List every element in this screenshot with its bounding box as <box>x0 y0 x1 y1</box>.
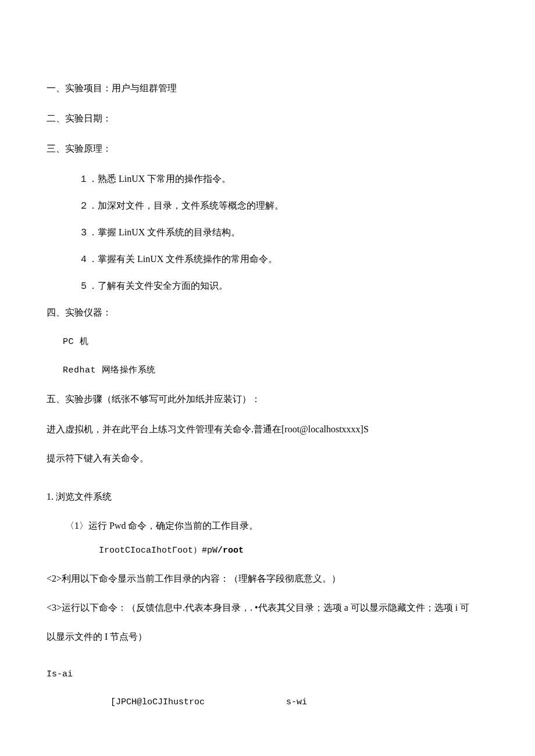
principle-4: ４．掌握有关 LinUX 文件系统操作的常用命令。 <box>47 252 488 266</box>
section-3-title: 三、实验原理： <box>47 142 488 156</box>
step-1-sub-1: 〈1〉运行 Pwd 命令，确定你当前的工作目录。 <box>47 519 488 533</box>
principle-5: ５．了解有关文件安全方面的知识。 <box>47 279 488 293</box>
instrument-2: Redhat 网络操作系统 <box>47 364 488 378</box>
step-1-cmd-2: Is-ai <box>47 668 488 682</box>
section-1-title: 一、实验项目：用户与组群管理 <box>47 81 488 95</box>
tail-part-b: s-wi <box>286 697 307 707</box>
section-5-title: 五、实验步骤（纸张不够写可此外加纸并应装订）： <box>47 392 488 406</box>
section-4-title: 四、实验仪器： <box>47 306 488 320</box>
section-2-title: 二、实验日期： <box>47 112 488 126</box>
step-1-sub-2: <2>利用以下命令显示当前工作目录的内容：（理解各字段彻底意义。） <box>47 572 488 586</box>
tail-part-a: [JPCH@loCJIhustroc <box>110 697 205 707</box>
principle-3: ３．掌握 LinUX 文件系统的目录结构。 <box>47 225 488 239</box>
step-1-title: 1. 浏览文件系统 <box>47 490 488 504</box>
step-1-cmd-1: IrootCIocaIhotΓoot）#pW/root <box>47 544 488 558</box>
step-1-sub-3a: <3>运行以下命令：（反馈信息中.代表本身目录，. •代表其父目录；选项 a 可… <box>47 601 488 615</box>
instrument-1: PC 机 <box>47 336 488 349</box>
cmd1-prefix: IrootCIocaIhotΓoot）#pW <box>99 546 217 556</box>
step-1-sub-3b: 以显示文件的 I 节点号） <box>47 630 488 644</box>
principle-1: １．熟悉 LinUX 下常用的操作指令。 <box>47 172 488 186</box>
principle-2: ２．加深对文件，目录，文件系统等概念的理解。 <box>47 199 488 213</box>
steps-intro-line-2: 提示符下键入有关命令。 <box>47 452 488 465</box>
document-page: 一、实验项目：用户与组群管理 二、实验日期： 三、实验原理： １．熟悉 LinU… <box>0 0 535 756</box>
cmd1-bold: /root <box>217 546 244 556</box>
steps-intro-line-1: 进入虚拟机，并在此平台上练习文件管理有关命令.普通在[root@localhos… <box>47 422 488 436</box>
step-1-tail: [JPCH@loCJIhustrocs-wi <box>47 696 488 710</box>
